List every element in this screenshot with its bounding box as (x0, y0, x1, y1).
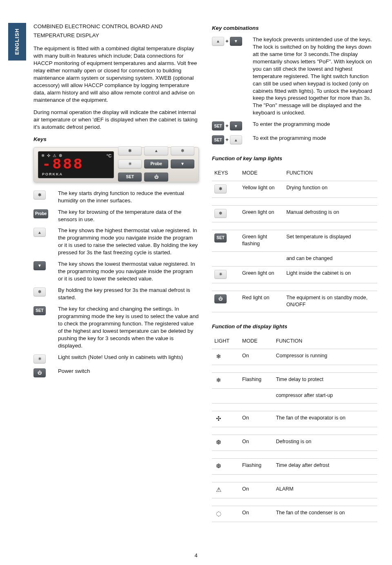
combo-enter-prog-icons: SET+▼ (212, 121, 248, 130)
display-cell-light: ⚠ (212, 482, 240, 498)
display-cell-function: ALARM (274, 482, 377, 498)
table-row: ✱Yellow light onDrying function on (212, 181, 377, 198)
keylamp-key-icon: ☀ (214, 270, 227, 279)
keylamp-cell-mode (240, 198, 284, 206)
key-light-icon[interactable]: ☀ (33, 354, 46, 363)
indicator-icon: ⚠ (53, 153, 56, 159)
display-light-icon: ⚠ (214, 486, 223, 494)
display-brand: PORKKA (42, 172, 63, 177)
display-cell-mode: Flashing (240, 373, 274, 389)
table-row: and can be changed (212, 251, 377, 266)
intro-para-1: The equipment is fitted with a combined … (33, 45, 199, 104)
display-cell-function: Defrosting is on (274, 435, 377, 451)
display-cell-light: ❆ (212, 459, 240, 475)
keypad-light-icon[interactable]: ☀ (118, 159, 142, 168)
keypad-defrost-icon[interactable]: ❄ (171, 146, 194, 155)
keylamp-cell-key: ❄ (212, 206, 240, 222)
table-row: ❆OnDefrosting is on (212, 435, 377, 451)
display-cell-light: ✣ (212, 411, 240, 427)
display-cell-light (212, 498, 240, 506)
table-row: ❄OnCompressor is running (212, 349, 377, 365)
display-header-function: FUNCTION (274, 334, 377, 349)
keylamp-cell-mode: Red light on (240, 291, 284, 312)
key-probe-icon-wrap: Probe (33, 209, 53, 218)
key-probe-icon[interactable]: Probe (33, 209, 48, 218)
display-cell-light: ❄ (212, 373, 240, 389)
display-cell-light (212, 404, 240, 411)
display-light-icon: ❄ (214, 352, 223, 361)
keypad-dry-icon[interactable]: ✱ (118, 146, 142, 155)
table-row (212, 365, 377, 373)
keypad-power-icon[interactable]: ⏻ (144, 173, 168, 182)
table-row (212, 404, 377, 411)
table-row: ◌OnThe fan of the condenser is on (212, 506, 377, 522)
combo-exit-prog-left-icon[interactable]: SET (212, 135, 224, 144)
key-power-row: ⏻Power switch (33, 368, 199, 377)
table-row (212, 498, 377, 506)
combo-enter-prog-right-icon[interactable]: ▼ (230, 121, 242, 130)
display-keypad: ✱ ▲ ❄ ☀ Probe ▼ SET ⏻ (118, 146, 194, 183)
combo-list: ▲+▼The keylock prevents unintended use o… (212, 36, 377, 144)
key-dry-description: The key starts drying function to reduce… (58, 190, 199, 204)
display-cell-mode: On (240, 506, 274, 522)
key-power-icon[interactable]: ⏻ (33, 368, 46, 377)
keypad-down-icon[interactable]: ▼ (171, 159, 194, 168)
combo-enter-prog-left-icon[interactable]: SET (212, 121, 224, 130)
key-power-description: Power switch (58, 368, 199, 375)
key-set-row: SETThe key for checking and changing the… (33, 305, 199, 350)
combo-lock-right-icon[interactable]: ▼ (230, 37, 242, 46)
display-cell-mode (240, 365, 274, 373)
keypad-probe-icon[interactable]: Probe (144, 159, 168, 168)
display-light-icon: ❆ (214, 462, 223, 470)
table-row: ❄FlashingTime delay to protect (212, 373, 377, 389)
table-row (212, 427, 377, 435)
keylamp-cell-key (212, 198, 240, 206)
combo-exit-prog-right-icon[interactable]: ▲ (230, 135, 242, 144)
display-cell-mode: On (240, 435, 274, 451)
keylamp-cell-function (284, 198, 377, 206)
combo-lock-row: ▲+▼The keylock prevents unintended use o… (212, 36, 377, 117)
keylamp-cell-function: The equipment is on standby mode, ON/OFF (284, 291, 377, 312)
key-down-row: ▼The key shows the lowest thermostat val… (33, 260, 199, 282)
key-defrost-icon[interactable]: ❄ (33, 287, 46, 296)
keypad-up-icon[interactable]: ▲ (144, 146, 168, 155)
keylamp-cell-key (212, 222, 240, 230)
indicator-icon: ❆ (59, 153, 62, 159)
keypad-set-icon[interactable]: SET (118, 173, 142, 182)
display-cell-light (212, 427, 240, 435)
keylamp-header-function: FUNCTION (284, 166, 377, 181)
combo-enter-prog-row: SET+▼To enter the programming mode (212, 121, 377, 130)
key-set-icon[interactable]: SET (33, 306, 46, 315)
key-set-icon-wrap: SET (33, 306, 53, 315)
keylamp-cell-key: SET (212, 230, 240, 252)
display-cell-mode: On (240, 411, 274, 427)
key-dry-icon[interactable]: ✱ (33, 191, 46, 200)
display-cell-mode (240, 404, 274, 411)
keylamp-cell-mode: Green light flashing (240, 230, 284, 252)
display-cell-light: ❆ (212, 435, 240, 451)
display-header-light: LIGHT (212, 334, 240, 349)
key-up-row: ▲The key shows the highest thermostat va… (33, 227, 199, 256)
table-row: ❆FlashingTime delay after defrost (212, 459, 377, 475)
table-row: compressor after start-up (212, 389, 377, 404)
display-light-icon: ❄ (214, 376, 223, 384)
keylamp-header-keys: KEYS (212, 166, 240, 181)
display-cell-function (274, 451, 377, 459)
keylamp-cell-mode (240, 283, 284, 291)
key-down-icon-wrap: ▼ (33, 261, 53, 270)
indicator-icon: ❄ (41, 153, 45, 159)
display-lights-heading: Function of the display lights (212, 323, 377, 330)
combo-exit-prog-row: SET+▲To exit the programming mode (212, 135, 377, 144)
display-light-icon: ◌ (214, 509, 223, 518)
display-cell-mode (240, 475, 274, 482)
combo-lock-left-icon[interactable]: ▲ (212, 37, 224, 46)
display-cell-mode (240, 427, 274, 435)
display-cell-mode (240, 389, 274, 404)
keylamp-cell-mode: Yellow light on (240, 181, 284, 198)
key-up-icon[interactable]: ▲ (33, 228, 46, 237)
manual-page: ENGLISH COMBINED ELECTRONIC CONTROL BOAR… (0, 0, 392, 565)
key-down-icon[interactable]: ▼ (33, 261, 46, 270)
display-cell-light (212, 365, 240, 373)
display-header-mode: MODE (240, 334, 274, 349)
keylamp-cell-function: Drying function on (284, 181, 377, 198)
